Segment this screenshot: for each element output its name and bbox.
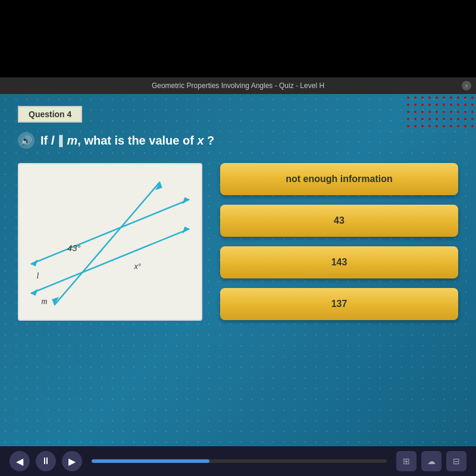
back-button[interactable]: ◀ — [10, 451, 30, 471]
main-content: Question 4 🔊 If l ∥ m, what is the value… — [0, 94, 476, 458]
answers-column: not enough information 43 143 137 — [220, 163, 458, 320]
content-row: 43° l x° m not enough information 43 143… — [18, 163, 458, 321]
speaker-icon[interactable]: 🔊 — [18, 132, 35, 149]
cloud-button[interactable]: ☁ — [421, 451, 441, 471]
answer-button-4[interactable]: 137 — [220, 288, 458, 320]
diagram-box: 43° l x° m — [18, 163, 202, 321]
question-content: If l ∥ m, what is the value of x ? — [40, 133, 214, 148]
answer-button-1[interactable]: not enough information — [220, 163, 458, 195]
svg-text:m: m — [42, 297, 48, 306]
nav-controls: ◀ ⏸ ▶ — [10, 451, 82, 471]
bottom-bar: ◀ ⏸ ▶ ⊞ ☁ ⊟ — [0, 446, 476, 476]
svg-text:l: l — [37, 271, 39, 280]
svg-text:x°: x° — [133, 262, 141, 271]
right-controls: ⊞ ☁ ⊟ — [396, 451, 466, 471]
question-text: 🔊 If l ∥ m, what is the value of x ? — [18, 132, 458, 149]
answer-button-3[interactable]: 143 — [220, 246, 458, 278]
grid-button[interactable]: ⊞ — [396, 451, 416, 471]
progress-bar-container — [92, 459, 387, 463]
forward-button[interactable]: ▶ — [62, 451, 82, 471]
close-button[interactable]: × — [462, 81, 471, 90]
red-dots-decoration — [405, 94, 476, 130]
top-black-bar — [0, 0, 476, 77]
browser-title: Geometric Properties Involving Angles - … — [152, 82, 324, 90]
progress-bar-fill — [92, 459, 209, 463]
pause-button[interactable]: ⏸ — [36, 451, 56, 471]
browser-bar: Geometric Properties Involving Angles - … — [0, 77, 476, 94]
menu-button[interactable]: ⊟ — [446, 451, 466, 471]
question-label: Question 4 — [18, 106, 82, 123]
svg-text:43°: 43° — [67, 243, 80, 253]
answer-button-2[interactable]: 43 — [220, 205, 458, 237]
